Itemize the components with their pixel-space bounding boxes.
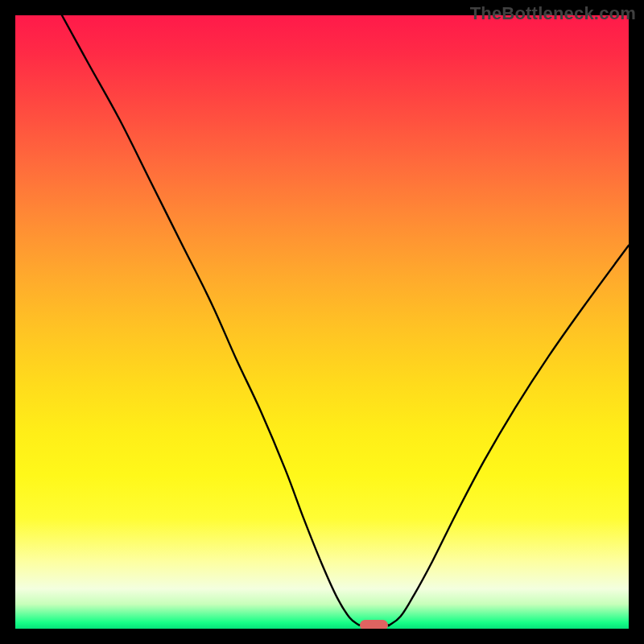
curve-path: [62, 15, 629, 625]
plot-area: [15, 15, 629, 629]
chart-frame: TheBottleneck.com: [0, 0, 644, 644]
optimal-point-marker: [360, 620, 388, 629]
watermark-text: TheBottleneck.com: [470, 3, 636, 24]
bottleneck-curve: [15, 15, 629, 629]
